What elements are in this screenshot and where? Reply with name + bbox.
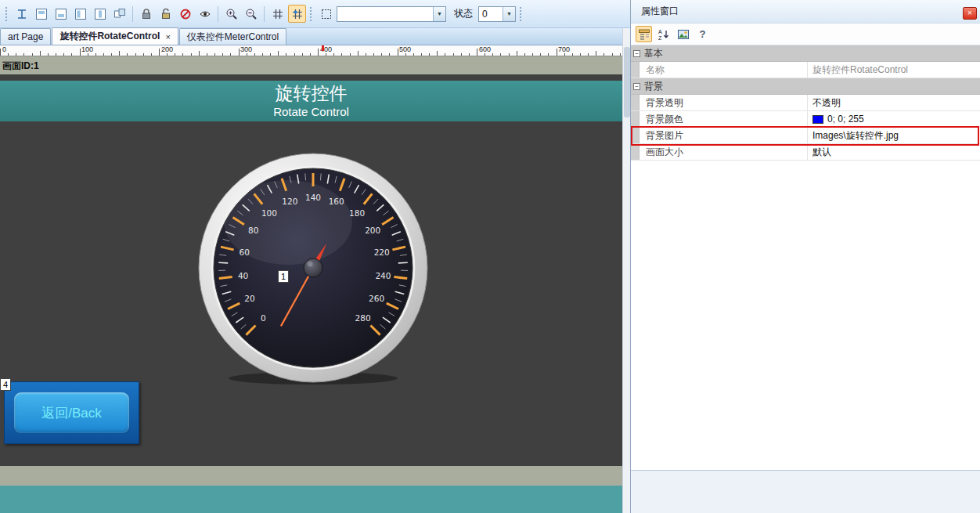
scrollbar-thumb[interactable]	[624, 47, 630, 117]
ruler-tick	[429, 53, 430, 56]
property-value-text: 不透明	[812, 96, 841, 110]
ruler-tick	[326, 53, 326, 56]
ruler-number: 600	[479, 45, 491, 53]
ruler-number: 200	[161, 45, 173, 53]
image-property-icon[interactable]	[675, 26, 691, 42]
back-button[interactable]: 返回/Back	[4, 381, 139, 444]
help-icon[interactable]: ?	[694, 26, 711, 42]
property-name: 名称	[640, 62, 808, 78]
property-panel: 属性窗口 × AZ ? −基本名称旋转控件RotateControl−背景背景透…	[630, 0, 980, 513]
toolbar-grip[interactable]	[5, 7, 9, 21]
screen-title-cn: 旋转控件	[276, 83, 348, 104]
ruler-tick	[207, 53, 207, 56]
property-panel-title: 属性窗口	[641, 5, 679, 18]
ruler-tick	[23, 53, 24, 56]
ruler-tick	[239, 49, 240, 56]
grid-icon[interactable]	[268, 5, 286, 23]
eye-icon[interactable]	[196, 5, 214, 23]
ruler-tick	[119, 51, 120, 56]
bring-front-icon[interactable]	[32, 5, 50, 23]
collapse-icon[interactable]: −	[633, 50, 640, 57]
ruler-tick	[48, 53, 49, 56]
lock-icon[interactable]	[137, 5, 155, 23]
ruler-tick	[532, 53, 533, 56]
ruler-tick	[0, 49, 1, 56]
tab-close-icon[interactable]: ×	[165, 32, 170, 42]
ruler-tick	[596, 51, 596, 56]
property-value[interactable]: 旋转控件RotateControl	[808, 62, 980, 78]
property-value[interactable]: Images\旋转控件.jpg	[808, 128, 980, 143]
alphabetical-sort-icon[interactable]: AZ	[655, 26, 672, 42]
unlock-icon[interactable]	[157, 5, 175, 23]
selection-rect-icon[interactable]	[317, 5, 335, 23]
property-row[interactable]: 名称旋转控件RotateControl	[631, 62, 980, 78]
ruler-tick	[398, 49, 398, 56]
svg-text:280: 280	[355, 313, 371, 323]
row-indent-strip	[631, 128, 640, 143]
svg-text:260: 260	[369, 294, 384, 303]
property-value[interactable]: 0; 0; 255	[808, 111, 980, 127]
category-row[interactable]: −背景	[631, 78, 980, 95]
property-row[interactable]: 背景颜色0; 0; 255	[631, 111, 980, 128]
close-icon[interactable]: ×	[963, 7, 977, 20]
back-button-face[interactable]: 返回/Back	[14, 392, 129, 433]
send-back-icon[interactable]	[52, 5, 70, 23]
ruler-tick	[286, 53, 286, 56]
toolbar-grip[interactable]	[520, 7, 523, 21]
row-indent-strip	[631, 62, 640, 78]
chevron-down-icon[interactable]: ▼	[503, 7, 515, 21]
toolbar-grip[interactable]	[310, 7, 313, 21]
categorized-view-icon[interactable]	[636, 26, 652, 42]
ruler-tick	[71, 53, 72, 56]
property-row[interactable]: 背景透明不透明	[631, 95, 980, 111]
status-combobox[interactable]: 0 ▼	[478, 6, 516, 22]
align-left-icon[interactable]	[71, 5, 89, 23]
screen-id-label: 画面ID:1	[2, 60, 39, 73]
vertical-scrollbar[interactable]	[622, 28, 630, 513]
ruler-tick	[111, 53, 112, 56]
svg-text:60: 60	[240, 247, 250, 257]
ruler-tick	[557, 49, 557, 56]
chevron-down-icon[interactable]: ▼	[433, 7, 445, 21]
property-value[interactable]: 默认	[808, 144, 980, 160]
title-band[interactable]: 旋转控件 Rotate Control	[0, 81, 622, 121]
ruler-tick	[8, 53, 9, 56]
ruler-tick	[509, 53, 510, 56]
align-center-icon[interactable]	[91, 5, 109, 23]
property-row[interactable]: 背景图片Images\旋转控件.jpg	[631, 128, 980, 144]
ruler-tick	[56, 53, 56, 56]
category-row[interactable]: −基本	[631, 45, 980, 62]
object-id-label: 1	[278, 270, 289, 283]
transform-tool-icon[interactable]	[13, 5, 31, 23]
zoom-in-icon[interactable]	[222, 5, 240, 23]
tab-2[interactable]: 仪表控件MeterControl	[179, 28, 286, 45]
ruler-tick	[524, 53, 525, 56]
collapse-icon[interactable]: −	[633, 83, 640, 90]
status-combobox-value: 0	[479, 9, 503, 20]
gauge-control[interactable]: 020406080100120140160180200220240260280	[196, 150, 431, 385]
tab-1[interactable]: 旋转控件RotateControl×	[52, 27, 178, 45]
property-row[interactable]: 画面大小默认	[631, 144, 980, 161]
screen-canvas[interactable]: 旋转控件 Rotate Control 02040608010012014016…	[0, 74, 622, 466]
same-size-icon[interactable]	[110, 5, 128, 23]
ruler-tick	[278, 51, 279, 56]
zoom-combobox[interactable]: ▼	[337, 6, 446, 22]
ruler-tick	[333, 53, 334, 56]
ruler-tick	[318, 49, 319, 56]
snap-grid-icon[interactable]	[288, 5, 306, 23]
ruler-tick	[294, 53, 295, 56]
ruler-tick	[485, 53, 485, 56]
svg-text:80: 80	[248, 226, 258, 235]
ruler-tick	[540, 53, 541, 56]
property-panel-header[interactable]: 属性窗口 ×	[631, 0, 980, 23]
property-value[interactable]: 不透明	[808, 95, 980, 110]
zoom-out-icon[interactable]	[242, 5, 260, 23]
ruler-number: 100	[81, 45, 93, 53]
ruler-tick	[389, 53, 390, 56]
row-indent-strip	[631, 144, 640, 160]
ruler-tick	[603, 53, 604, 56]
hide-object-icon[interactable]	[176, 5, 194, 23]
ruler-tick	[302, 53, 303, 56]
tab-0[interactable]: art Page	[0, 28, 51, 45]
property-toolbar: AZ ?	[631, 23, 980, 45]
